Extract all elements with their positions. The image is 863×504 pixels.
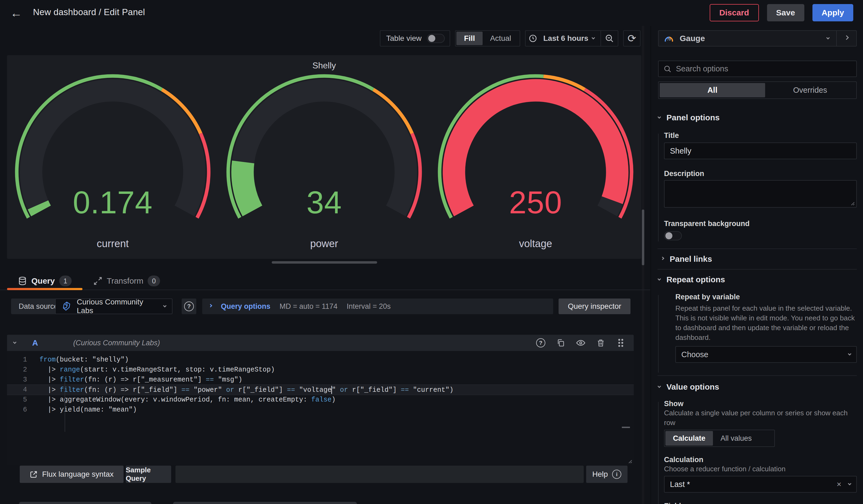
collapse-chevron-icon[interactable]	[13, 340, 16, 344]
top-bar: ← New dashboard / Edit Panel Discard Sav…	[0, 0, 863, 26]
drag-query-handle[interactable]	[615, 338, 626, 348]
repeat-options-title: Repeat options	[666, 275, 725, 284]
textarea-resize-handle[interactable]	[848, 199, 855, 206]
add-query-button-partial[interactable]	[19, 502, 151, 504]
query-count-badge: 1	[59, 276, 72, 286]
back-arrow-icon[interactable]: ←	[9, 7, 23, 20]
code-line-3[interactable]: 3 |> filter(fn: (r) => r["_measurement"]…	[7, 375, 634, 385]
query-datasource-hint: (Curious Community Labs)	[73, 339, 160, 347]
description-textarea[interactable]	[664, 180, 857, 207]
duplicate-query-button[interactable]	[555, 338, 566, 348]
options-pane: 79 Gauge Search options All Overrides Pa…	[650, 26, 863, 504]
section-value-options[interactable]: Value options	[658, 382, 857, 391]
tab-query[interactable]: Query 1	[7, 272, 83, 290]
line-number: 5	[7, 396, 39, 404]
code-line-6[interactable]: 6 |> yield(name: "mean")	[7, 405, 634, 415]
clear-icon[interactable]: ×	[837, 480, 841, 489]
gauge-voltage: 250voltage	[430, 55, 641, 259]
sample-query-button[interactable]: Sample Query	[126, 466, 171, 483]
collapse-pane-button[interactable]	[837, 31, 856, 46]
chevron-down-icon	[658, 277, 661, 281]
tab-overrides[interactable]: Overrides	[765, 83, 855, 97]
repeat-select-value: Choose	[681, 350, 848, 359]
transparent-bg-label: Transparent background	[664, 219, 857, 228]
flux-syntax-button[interactable]: Flux language syntax	[20, 466, 124, 483]
visualization-name: Gauge	[680, 34, 827, 43]
panel-title-input[interactable]: Shelly	[664, 142, 857, 159]
repeat-variable-select[interactable]: Choose	[675, 346, 857, 363]
actual-option[interactable]: Actual	[483, 32, 519, 45]
query-tab-bar: Query 1 Transform 0	[0, 272, 650, 290]
query-inspector-button[interactable]: Query inspector	[559, 299, 630, 314]
all-values-option[interactable]: All values	[713, 431, 760, 445]
tab-all[interactable]: All	[660, 83, 765, 97]
discard-button[interactable]: Discard	[710, 4, 759, 21]
flux-code-editor[interactable]: 1from(bucket: "shelly")2 |> range(start:…	[7, 351, 634, 465]
chevron-down-icon	[591, 36, 595, 39]
code-line-1[interactable]: 1from(bucket: "shelly")	[7, 355, 634, 365]
line-number: 3	[7, 376, 39, 384]
section-repeat-options[interactable]: Repeat options	[658, 275, 857, 284]
show-radio-group: Calculate All values	[664, 430, 775, 447]
gauge-label-power: power	[218, 238, 430, 250]
transparent-bg-toggle[interactable]	[664, 231, 682, 240]
main-area: Table view Fill Actual Last 6 hours ⟳	[0, 26, 650, 504]
panel-links-title: Panel links	[670, 254, 712, 264]
gauge-value-current: 0.174	[7, 185, 218, 220]
pane-resize-handle[interactable]	[272, 261, 377, 264]
line-number: 2	[7, 366, 39, 374]
tab-query-label: Query	[32, 276, 55, 286]
chevron-down-icon	[163, 304, 166, 307]
indent-guide	[65, 381, 65, 432]
view-toolbar: Table view Fill Actual Last 6 hours ⟳	[380, 30, 641, 47]
fill-option[interactable]: Fill	[456, 32, 482, 45]
datasource-row: Data source Curious Community Labs ? Que…	[0, 299, 650, 314]
help-button[interactable]: Help i	[586, 466, 627, 483]
external-link-icon	[30, 470, 38, 478]
refresh-button[interactable]: ⟳	[623, 30, 640, 47]
save-button[interactable]: Save	[767, 4, 804, 21]
main-scrollbar[interactable]	[642, 26, 644, 504]
tab-transform-label: Transform	[107, 276, 143, 286]
code-line-5[interactable]: 5 |> aggregateWindow(every: v.windowPeri…	[7, 395, 634, 405]
editor-resize-handle[interactable]	[626, 457, 633, 464]
gauge-value-voltage: 250	[430, 185, 641, 220]
calculation-value: Last *	[670, 480, 837, 489]
calculation-description: Choose a reducer function / calculation	[664, 464, 857, 474]
section-panel-options[interactable]: Panel options	[658, 113, 857, 122]
tab-transform[interactable]: Transform 0	[83, 272, 171, 290]
grip-dots-icon	[617, 338, 624, 348]
line-number: 1	[7, 356, 39, 364]
code-line-4[interactable]: 4 |> filter(fn: (r) => r["_field"] == "p…	[7, 385, 634, 395]
section-panel-links[interactable]: Panel links	[661, 254, 857, 264]
database-icon	[18, 276, 27, 286]
time-range-value[interactable]: Last 6 hours	[543, 34, 588, 43]
query-help-button[interactable]: ?	[535, 338, 546, 348]
gauge-panel: Shelly 0.174current34power250voltage	[7, 55, 641, 259]
query-editor-header[interactable]: A (Curious Community Labs) ?	[7, 335, 634, 351]
datasource-help-button[interactable]: ?	[182, 299, 196, 314]
datasource-select[interactable]: Curious Community Labs	[55, 299, 173, 314]
options-search[interactable]: Search options	[658, 61, 857, 77]
active-tab-underline	[7, 288, 83, 290]
visualization-picker[interactable]: 79 Gauge	[658, 30, 857, 47]
transform-count-badge: 0	[148, 276, 160, 286]
flux-syntax-label: Flux language syntax	[42, 470, 114, 479]
delete-query-button[interactable]	[595, 338, 606, 348]
editor-footer: Flux language syntax Sample Query Help i	[0, 466, 650, 483]
scrollbar-thumb[interactable]	[642, 210, 644, 265]
code-line-2[interactable]: 2 |> range(start: v.timeRangeStart, stop…	[7, 365, 634, 375]
toggle-visibility-button[interactable]	[575, 338, 586, 348]
calculation-select[interactable]: Last * ×	[664, 476, 857, 493]
zoom-out-icon[interactable]	[601, 31, 618, 46]
show-description: Calculate a single value per column or s…	[664, 408, 857, 428]
add-expression-button-partial[interactable]	[173, 502, 357, 504]
query-options-link[interactable]: Query options	[221, 302, 270, 311]
apply-button[interactable]: Apply	[812, 4, 853, 21]
chevron-right-icon	[209, 304, 212, 307]
table-view-toggle[interactable]	[427, 34, 445, 43]
table-view-group: Table view	[380, 30, 450, 47]
question-icon: ?	[184, 302, 194, 311]
repeat-variable-label: Repeat by variable	[675, 293, 857, 301]
calculate-option[interactable]: Calculate	[665, 431, 713, 445]
